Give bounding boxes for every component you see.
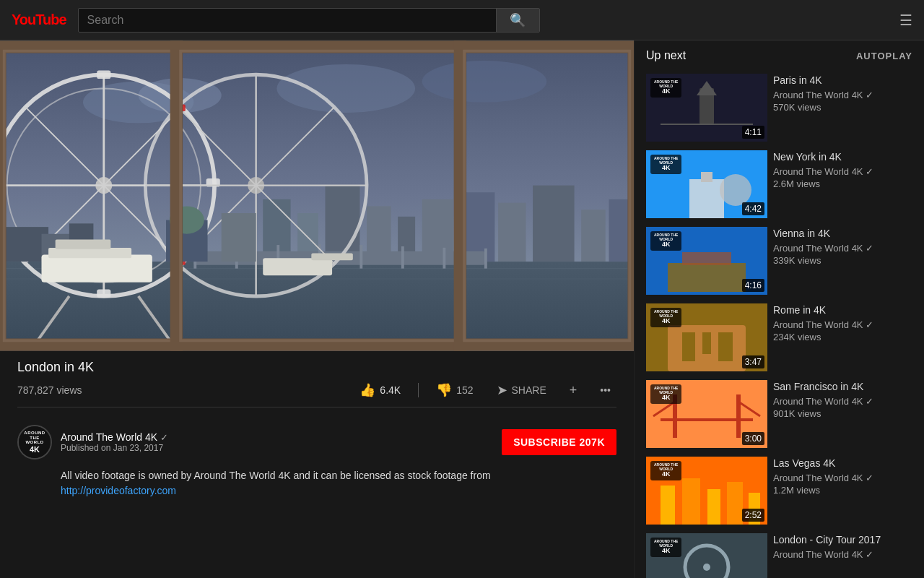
like-separator — [418, 383, 419, 397]
video-frame — [0, 40, 634, 351]
video-duration: 3:47 — [742, 355, 764, 368]
video-thumbnail: AROUND THE WORLD 4K 4:16 — [646, 227, 767, 295]
sidebar: Up next AUTOPLAY AROUND THE WORLD 4K 4:1… — [634, 40, 924, 578]
autoplay-label: AUTOPLAY — [856, 51, 912, 61]
sidebar-video-item[interactable]: AROUND THE WORLD 4K 4:42 New York in 4K … — [635, 147, 924, 221]
svg-rect-64 — [48, 248, 131, 258]
sidebar-video-title: Paris in 4K — [773, 74, 912, 87]
sidebar-channel-name: Around The World 4K ✓ — [773, 90, 912, 100]
search-button[interactable]: 🔍 — [496, 8, 539, 33]
sidebar-video-info: Las Vegas 4K Around The World 4K ✓ 1.2M … — [773, 457, 912, 525]
video-thumbnail: AROUND THE WORLD 4K 3:00 — [646, 380, 767, 448]
svg-rect-99 — [707, 489, 720, 525]
description-link[interactable]: http://provideofactory.com — [61, 485, 176, 496]
sidebar-channel-name: Around The World 4K ✓ — [773, 243, 912, 254]
add-icon: + — [570, 383, 578, 398]
sidebar-video-item[interactable]: AROUND THE WORLD 4K 4:16 Vienna in 4K Ar… — [635, 224, 924, 298]
sidebar-video-info: New York in 4K Around The World 4K ✓ 2.6… — [773, 150, 912, 218]
svg-rect-84 — [682, 252, 731, 265]
sidebar-verified-icon: ✓ — [866, 396, 873, 407]
video-stats-row: 787,827 views 👍 6.4K 👎 152 ➤ SHARE — [17, 379, 616, 407]
thumb-logo: AROUND THE WORLD 4K — [650, 78, 681, 98]
search-bar: 🔍 — [78, 8, 540, 33]
thumbs-down-icon: 👎 — [436, 382, 452, 398]
subscribe-button[interactable]: SUBSCRIBE 207K — [502, 429, 616, 455]
thumb-logo: AROUND THE WORLD 4K — [650, 461, 681, 480]
dislike-button[interactable]: 👎 152 — [430, 379, 479, 401]
like-button[interactable]: 👍 6.4K — [354, 379, 406, 401]
sidebar-video-info: San Francisco in 4K Around The World 4K … — [773, 380, 912, 448]
sidebar-channel-name: Around The World 4K ✓ — [773, 549, 912, 560]
svg-rect-42 — [97, 289, 110, 298]
channel-name: Around The World 4K ✓ — [61, 431, 502, 443]
up-next-label: Up next — [646, 49, 686, 62]
svg-rect-17 — [581, 210, 606, 262]
video-player[interactable] — [0, 40, 634, 351]
svg-rect-88 — [702, 332, 711, 354]
svg-rect-62 — [222, 213, 256, 262]
thumb-logo: AROUND THE WORLD 4K — [650, 155, 681, 174]
sidebar-view-count: 234K views — [773, 332, 912, 342]
logo-tube: Tube — [35, 12, 66, 27]
add-to-playlist-button[interactable]: + — [564, 380, 583, 401]
thumb-logo: AROUND THE WORLD 4K — [650, 384, 681, 404]
sidebar-channel-name: Around The World 4K ✓ — [773, 473, 912, 483]
share-label: SHARE — [512, 384, 546, 396]
svg-rect-79 — [689, 179, 724, 218]
sidebar-video-item[interactable]: AROUND THE WORLD 4K London - City Tour 2… — [635, 530, 924, 578]
sidebar-video-item[interactable]: AROUND THE WORLD 4K 3:47 Rome in 4K Arou… — [635, 301, 924, 374]
svg-point-81 — [720, 174, 751, 206]
sidebar-verified-icon: ✓ — [866, 166, 873, 177]
video-duration: 4:16 — [742, 279, 764, 292]
sidebar-video-item[interactable]: AROUND THE WORLD 4K 2:52 Las Vegas 4K Ar… — [635, 454, 924, 527]
svg-rect-66 — [263, 258, 332, 275]
sidebar-video-title: London - City Tour 2017 — [773, 533, 912, 546]
share-button[interactable]: ➤ SHARE — [491, 379, 552, 401]
video-scene-svg — [0, 40, 634, 351]
sidebar-channel-name: Around The World 4K ✓ — [773, 319, 912, 330]
sidebar-video-title: San Francisco in 4K — [773, 380, 912, 393]
sidebar-video-item[interactable]: AROUND THE WORLD 4K 4:11 Paris in 4K Aro… — [635, 71, 924, 144]
sidebar-verified-icon: ✓ — [866, 473, 873, 483]
svg-rect-26 — [443, 248, 445, 269]
description: All video footage is owned by Around The… — [0, 465, 634, 507]
youtube-logo[interactable]: YouTube — [12, 12, 66, 28]
action-buttons: 👍 6.4K 👎 152 ➤ SHARE + — [354, 379, 616, 401]
header: YouTube 🔍 ☰ — [0, 0, 924, 40]
video-thumbnail: AROUND THE WORLD 4K — [646, 533, 767, 578]
thumb-logo: AROUND THE WORLD 4K — [650, 231, 681, 251]
svg-point-104 — [703, 564, 710, 571]
channel-name-text[interactable]: Around The World 4K — [61, 431, 157, 443]
svg-rect-63 — [42, 254, 152, 282]
channel-avatar[interactable]: AROUND THE WORLD 4K — [17, 425, 52, 460]
svg-rect-41 — [97, 71, 110, 79]
svg-rect-97 — [661, 486, 675, 525]
up-next-header: Up next AUTOPLAY — [635, 49, 924, 71]
menu-icon[interactable]: ☰ — [899, 12, 912, 29]
video-thumbnail: AROUND THE WORLD 4K 2:52 — [646, 457, 767, 525]
thumb-logo: AROUND THE WORLD 4K — [650, 308, 681, 327]
svg-rect-98 — [682, 478, 700, 525]
description-text: All video footage is owned by Around The… — [61, 470, 491, 481]
sidebar-video-info: London - City Tour 2017 Around The World… — [773, 533, 912, 578]
sidebar-video-item[interactable]: AROUND THE WORLD 4K 3:00 San Francisco i… — [635, 377, 924, 451]
svg-rect-80 — [701, 172, 712, 182]
search-input[interactable] — [79, 14, 496, 27]
dislike-count: 152 — [456, 384, 473, 396]
svg-point-4 — [422, 61, 547, 103]
svg-point-3 — [276, 64, 415, 113]
svg-rect-83 — [668, 263, 746, 292]
like-count: 6.4K — [380, 384, 401, 396]
sidebar-video-title: New York in 4K — [773, 150, 912, 163]
main-content: London in 4K 787,827 views 👍 6.4K 👎 152 … — [0, 40, 924, 578]
video-duration: 4:11 — [742, 126, 764, 139]
sidebar-videos: AROUND THE WORLD 4K 4:11 Paris in 4K Aro… — [635, 71, 924, 578]
sidebar-channel-name: Around The World 4K ✓ — [773, 396, 912, 407]
channel-row: AROUND THE WORLD 4K Around The World 4K … — [0, 419, 634, 465]
sidebar-view-count: 339K views — [773, 255, 912, 266]
svg-rect-10 — [326, 186, 360, 262]
more-options-button[interactable]: ••• — [594, 381, 616, 399]
video-duration: 4:42 — [742, 202, 764, 215]
sidebar-video-title: Rome in 4K — [773, 303, 912, 316]
svg-rect-24 — [359, 245, 362, 269]
